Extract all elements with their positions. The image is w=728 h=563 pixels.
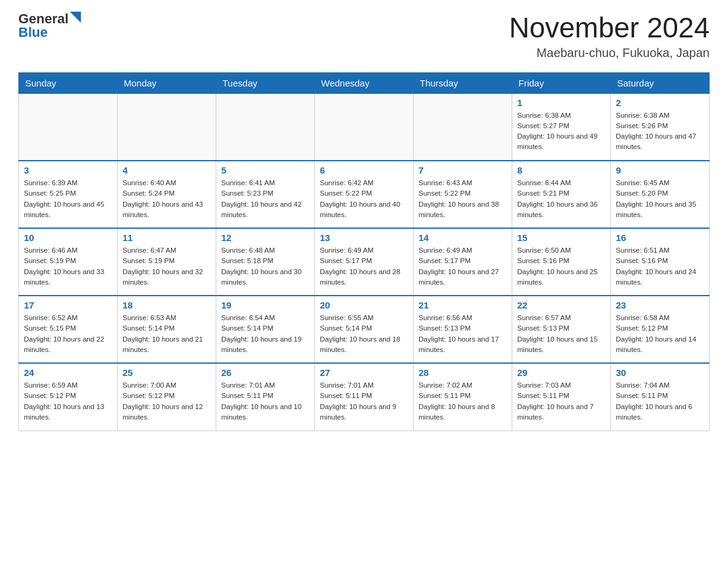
day-number: 7 (419, 165, 507, 175)
calendar-week-row: 1Sunrise: 6:38 AMSunset: 5:27 PMDaylight… (19, 93, 710, 161)
calendar-day-cell: 2Sunrise: 6:38 AMSunset: 5:26 PMDaylight… (611, 93, 710, 161)
weekday-header-monday: Monday (118, 72, 216, 93)
day-info: Sunrise: 6:59 AMSunset: 5:12 PMDaylight:… (24, 380, 112, 423)
calendar-week-row: 3Sunrise: 6:39 AMSunset: 5:25 PMDaylight… (19, 161, 710, 228)
calendar-week-row: 24Sunrise: 6:59 AMSunset: 5:12 PMDayligh… (19, 363, 710, 431)
day-number: 19 (221, 300, 309, 310)
weekday-header-saturday: Saturday (611, 72, 710, 93)
calendar-day-cell: 3Sunrise: 6:39 AMSunset: 5:25 PMDaylight… (19, 161, 118, 228)
day-info: Sunrise: 6:45 AMSunset: 5:20 PMDaylight:… (616, 178, 704, 220)
day-number: 22 (517, 300, 605, 310)
day-number: 8 (517, 165, 605, 175)
day-info: Sunrise: 6:56 AMSunset: 5:13 PMDaylight:… (419, 313, 507, 355)
calendar-day-cell: 21Sunrise: 6:56 AMSunset: 5:13 PMDayligh… (414, 296, 512, 363)
calendar-day-cell (315, 93, 414, 161)
day-info: Sunrise: 7:03 AMSunset: 5:11 PMDaylight:… (517, 380, 605, 423)
day-info: Sunrise: 6:54 AMSunset: 5:14 PMDaylight:… (221, 313, 309, 355)
weekday-header-friday: Friday (512, 72, 611, 93)
day-info: Sunrise: 6:39 AMSunset: 5:25 PMDaylight:… (24, 178, 112, 220)
title-block: November 2024 Maebaru-chuo, Fukuoka, Jap… (509, 12, 710, 60)
day-number: 17 (24, 300, 112, 310)
day-info: Sunrise: 7:00 AMSunset: 5:12 PMDaylight:… (123, 380, 211, 423)
day-info: Sunrise: 6:42 AMSunset: 5:22 PMDaylight:… (320, 178, 408, 220)
logo-triangle-icon (70, 12, 81, 23)
calendar-day-cell: 5Sunrise: 6:41 AMSunset: 5:23 PMDaylight… (216, 161, 315, 228)
calendar-day-cell: 27Sunrise: 7:01 AMSunset: 5:11 PMDayligh… (315, 363, 414, 431)
day-info: Sunrise: 6:49 AMSunset: 5:17 PMDaylight:… (320, 245, 408, 288)
calendar-day-cell: 22Sunrise: 6:57 AMSunset: 5:13 PMDayligh… (512, 296, 611, 363)
day-info: Sunrise: 6:53 AMSunset: 5:14 PMDaylight:… (123, 313, 211, 355)
day-number: 12 (221, 232, 309, 243)
day-number: 2 (616, 98, 704, 108)
calendar-day-cell: 25Sunrise: 7:00 AMSunset: 5:12 PMDayligh… (118, 363, 216, 431)
weekday-header-tuesday: Tuesday (216, 72, 315, 93)
day-number: 9 (616, 165, 704, 175)
day-number: 15 (517, 232, 605, 243)
day-number: 4 (123, 165, 211, 175)
day-number: 26 (221, 367, 309, 378)
calendar-day-cell: 7Sunrise: 6:43 AMSunset: 5:22 PMDaylight… (414, 161, 512, 228)
day-info: Sunrise: 6:51 AMSunset: 5:16 PMDaylight:… (616, 245, 704, 288)
calendar-day-cell: 11Sunrise: 6:47 AMSunset: 5:19 PMDayligh… (118, 228, 216, 296)
page-header: General Blue November 2024 Maebaru-chuo,… (18, 12, 710, 60)
day-info: Sunrise: 6:40 AMSunset: 5:24 PMDaylight:… (123, 178, 211, 220)
calendar-day-cell: 10Sunrise: 6:46 AMSunset: 5:19 PMDayligh… (19, 228, 118, 296)
day-info: Sunrise: 6:52 AMSunset: 5:15 PMDaylight:… (24, 313, 112, 355)
day-number: 5 (221, 165, 309, 175)
day-number: 25 (123, 367, 211, 378)
day-info: Sunrise: 6:38 AMSunset: 5:26 PMDaylight:… (616, 110, 704, 153)
day-info: Sunrise: 6:47 AMSunset: 5:19 PMDaylight:… (123, 245, 211, 288)
day-number: 11 (123, 232, 211, 243)
day-info: Sunrise: 7:02 AMSunset: 5:11 PMDaylight:… (419, 380, 507, 423)
logo-blue-text: Blue (18, 26, 48, 39)
day-info: Sunrise: 6:58 AMSunset: 5:12 PMDaylight:… (616, 313, 704, 355)
calendar-day-cell (216, 93, 315, 161)
logo: General Blue (18, 12, 81, 39)
calendar-day-cell: 26Sunrise: 7:01 AMSunset: 5:11 PMDayligh… (216, 363, 315, 431)
calendar-day-cell: 19Sunrise: 6:54 AMSunset: 5:14 PMDayligh… (216, 296, 315, 363)
day-info: Sunrise: 6:46 AMSunset: 5:19 PMDaylight:… (24, 245, 112, 288)
weekday-header-row: SundayMondayTuesdayWednesdayThursdayFrid… (19, 72, 710, 93)
weekday-header-wednesday: Wednesday (315, 72, 414, 93)
day-number: 28 (419, 367, 507, 378)
day-info: Sunrise: 6:44 AMSunset: 5:21 PMDaylight:… (517, 178, 605, 220)
calendar-week-row: 10Sunrise: 6:46 AMSunset: 5:19 PMDayligh… (19, 228, 710, 296)
day-number: 13 (320, 232, 408, 243)
calendar-day-cell: 28Sunrise: 7:02 AMSunset: 5:11 PMDayligh… (414, 363, 512, 431)
svg-marker-0 (70, 12, 81, 23)
calendar-day-cell (118, 93, 216, 161)
calendar-day-cell: 17Sunrise: 6:52 AMSunset: 5:15 PMDayligh… (19, 296, 118, 363)
weekday-header-sunday: Sunday (19, 72, 118, 93)
calendar-day-cell: 30Sunrise: 7:04 AMSunset: 5:11 PMDayligh… (611, 363, 710, 431)
day-number: 20 (320, 300, 408, 310)
day-number: 16 (616, 232, 704, 243)
month-title: November 2024 (509, 12, 710, 44)
calendar-day-cell: 13Sunrise: 6:49 AMSunset: 5:17 PMDayligh… (315, 228, 414, 296)
day-info: Sunrise: 6:49 AMSunset: 5:17 PMDaylight:… (419, 245, 507, 288)
day-number: 21 (419, 300, 507, 310)
calendar-day-cell: 14Sunrise: 6:49 AMSunset: 5:17 PMDayligh… (414, 228, 512, 296)
day-info: Sunrise: 6:57 AMSunset: 5:13 PMDaylight:… (517, 313, 605, 355)
calendar-day-cell: 4Sunrise: 6:40 AMSunset: 5:24 PMDaylight… (118, 161, 216, 228)
logo-general-text: General (18, 12, 69, 26)
calendar-day-cell: 12Sunrise: 6:48 AMSunset: 5:18 PMDayligh… (216, 228, 315, 296)
calendar-day-cell: 24Sunrise: 6:59 AMSunset: 5:12 PMDayligh… (19, 363, 118, 431)
calendar-week-row: 17Sunrise: 6:52 AMSunset: 5:15 PMDayligh… (19, 296, 710, 363)
calendar-day-cell: 23Sunrise: 6:58 AMSunset: 5:12 PMDayligh… (611, 296, 710, 363)
day-number: 3 (24, 165, 112, 175)
day-info: Sunrise: 6:55 AMSunset: 5:14 PMDaylight:… (320, 313, 408, 355)
calendar-day-cell: 20Sunrise: 6:55 AMSunset: 5:14 PMDayligh… (315, 296, 414, 363)
day-info: Sunrise: 7:01 AMSunset: 5:11 PMDaylight:… (320, 380, 408, 423)
day-info: Sunrise: 6:41 AMSunset: 5:23 PMDaylight:… (221, 178, 309, 220)
calendar-day-cell: 6Sunrise: 6:42 AMSunset: 5:22 PMDaylight… (315, 161, 414, 228)
calendar-day-cell: 9Sunrise: 6:45 AMSunset: 5:20 PMDaylight… (611, 161, 710, 228)
calendar-day-cell: 16Sunrise: 6:51 AMSunset: 5:16 PMDayligh… (611, 228, 710, 296)
day-info: Sunrise: 7:01 AMSunset: 5:11 PMDaylight:… (221, 380, 309, 423)
calendar-day-cell (414, 93, 512, 161)
day-number: 18 (123, 300, 211, 310)
day-info: Sunrise: 6:43 AMSunset: 5:22 PMDaylight:… (419, 178, 507, 220)
calendar-day-cell: 15Sunrise: 6:50 AMSunset: 5:16 PMDayligh… (512, 228, 611, 296)
weekday-header-thursday: Thursday (414, 72, 512, 93)
day-number: 14 (419, 232, 507, 243)
calendar-day-cell: 18Sunrise: 6:53 AMSunset: 5:14 PMDayligh… (118, 296, 216, 363)
